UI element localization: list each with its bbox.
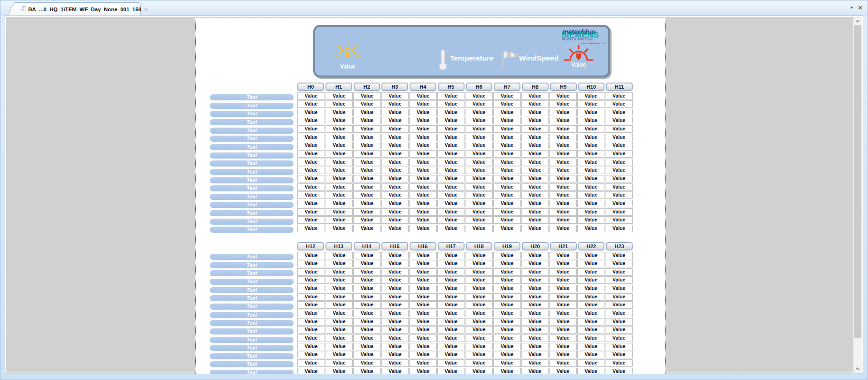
value-cell: Value (437, 216, 465, 224)
value-cell: Value (521, 117, 549, 124)
value-cell: Value (326, 216, 353, 224)
value-cell: Value (381, 208, 409, 216)
table-row: ValueValueValueValueValueValueValueValue… (297, 216, 633, 224)
value-cell: Value (326, 326, 353, 334)
value-cell: Value (465, 293, 493, 301)
value-cell: Value (297, 167, 325, 174)
row-label-pill: Text (210, 353, 294, 359)
value-cell: Value (605, 117, 633, 124)
table-row: ValueValueValueValueValueValueValueValue… (297, 175, 633, 182)
value-cell: Value (549, 100, 577, 108)
value-cell: Value (465, 125, 493, 133)
value-cell: Value (605, 125, 633, 133)
value-cell: Value (297, 208, 325, 216)
value-cell: Value (381, 301, 409, 309)
value-cell: Value (549, 167, 577, 174)
value-cell: Value (353, 117, 381, 124)
value-cell: Value (353, 150, 381, 158)
row-label-pill: Text (210, 295, 294, 301)
value-cell: Value (353, 268, 381, 276)
value-cell: Value (493, 191, 521, 199)
designer-canvas: Value Temperature WindSpeed (5, 16, 863, 373)
thermometer-icon (439, 49, 447, 70)
app-window: BA_...0_HQ_1\TEM_WF_Day_None_001_150 × ▼… (0, 0, 868, 380)
value-cell: Value (381, 175, 409, 182)
value-cell: Value (465, 334, 493, 342)
value-cell: Value (297, 100, 325, 108)
value-cell: Value (437, 293, 465, 301)
value-cell: Value (409, 301, 437, 309)
value-cell: Value (465, 252, 493, 259)
value-cell: Value (437, 200, 465, 207)
row-label-pill: Text (210, 94, 294, 100)
value-cell: Value (297, 260, 325, 267)
value-cell: Value (381, 268, 409, 276)
value-cell: Value (549, 343, 577, 350)
value-cell: Value (353, 200, 381, 207)
value-cell: Value (437, 276, 465, 284)
value-cell: Value (465, 92, 493, 100)
value-cell: Value (493, 368, 521, 374)
document-icon (20, 6, 25, 13)
table-row: ValueValueValueValueValueValueValueValue… (297, 134, 633, 141)
scrollbar-down-button[interactable] (853, 365, 862, 372)
value-cell: Value (605, 92, 633, 100)
value-cell: Value (437, 225, 465, 232)
value-cell: Value (381, 343, 409, 350)
value-cell: Value (521, 100, 549, 108)
value-cell: Value (465, 301, 493, 309)
scrollbar-thumb[interactable] (854, 25, 861, 338)
value-cell: Value (353, 301, 381, 309)
value-cell: Value (605, 167, 633, 174)
value-cell: Value (297, 293, 325, 301)
value-cell: Value (326, 368, 353, 374)
value-cell: Value (549, 260, 577, 267)
vertical-scrollbar[interactable] (853, 17, 862, 372)
value-cell: Value (493, 252, 521, 259)
value-cell: Value (577, 351, 605, 358)
table-row: ValueValueValueValueValueValueValueValue… (297, 109, 633, 116)
value-cell: Value (521, 134, 549, 141)
column-header-h1: H1 (326, 83, 352, 91)
tab-close-icon[interactable]: × (144, 7, 147, 12)
value-cell: Value (465, 117, 493, 124)
value-cell: Value (465, 359, 493, 367)
sunrise-icon (329, 40, 366, 62)
value-cell: Value (577, 216, 605, 224)
column-header-h7: H7 (494, 83, 520, 91)
value-cell: Value (577, 100, 605, 108)
row-label-pill: Text (210, 345, 294, 351)
value-cell: Value (577, 293, 605, 301)
value-cell: Value (353, 125, 381, 133)
value-cell: Value (521, 167, 549, 174)
value-cell: Value (493, 109, 521, 116)
value-cell: Value (549, 216, 577, 224)
value-cell: Value (577, 134, 605, 141)
scrollbar-up-button[interactable] (853, 17, 862, 25)
value-cell: Value (437, 167, 465, 174)
tab-report[interactable]: BA_...0_HQ_1\TEM_WF_Day_None_001_150 × (16, 2, 141, 16)
value-cell: Value (493, 359, 521, 367)
value-cell: Value (326, 200, 353, 207)
chevron-down-icon[interactable]: ▼ (850, 6, 853, 10)
column-header-h6: H6 (466, 83, 493, 91)
value-cell: Value (605, 100, 633, 108)
value-cell: Value (297, 200, 325, 207)
row-label-pill: Text (210, 152, 294, 159)
value-cell: Value (437, 326, 465, 334)
value-cell: Value (605, 318, 633, 326)
value-cell: Value (381, 260, 409, 267)
value-cell: Value (437, 334, 465, 342)
value-cell: Value (577, 191, 605, 199)
table-row: ValueValueValueValueValueValueValueValue… (297, 167, 633, 174)
close-icon[interactable]: ✕ (858, 5, 863, 11)
value-cell: Value (326, 318, 353, 326)
value-cell: Value (381, 125, 409, 133)
value-cell: Value (465, 310, 493, 317)
value-cell: Value (409, 260, 437, 267)
column-header-h11: H11 (606, 83, 633, 91)
value-cell: Value (465, 175, 493, 182)
value-cell: Value (409, 276, 437, 284)
table-row: ValueValueValueValueValueValueValueValue… (297, 343, 633, 350)
value-cell: Value (326, 276, 353, 284)
